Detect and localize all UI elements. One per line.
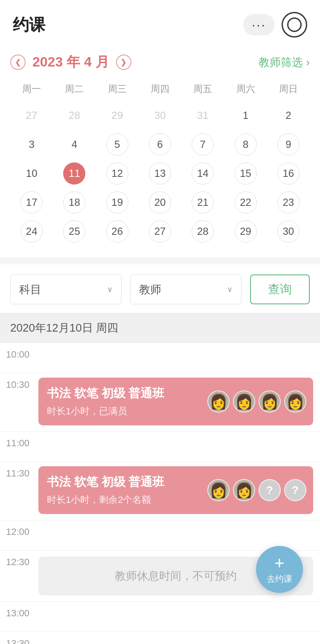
cal-day[interactable]: 1 <box>235 104 257 127</box>
content-1100 <box>38 432 320 462</box>
calendar-grid: 27 28 29 30 31 1 2 3 4 5 6 7 8 9 10 11 1… <box>10 102 310 245</box>
class-card-2[interactable]: 书法 软笔 初级 普通班 时长1小时，剩余2个名额 ? ? <box>38 466 313 514</box>
cal-day[interactable]: 27 <box>20 104 43 127</box>
cal-day[interactable]: 15 <box>235 162 257 185</box>
timeslot-1100: 11:00 <box>0 432 320 462</box>
cal-day[interactable]: 7 <box>192 133 214 156</box>
camera-icon[interactable] <box>282 12 307 38</box>
cal-day[interactable]: 24 <box>20 220 43 243</box>
cal-day[interactable]: 26 <box>106 220 128 243</box>
avatar <box>259 390 281 413</box>
content-1000 <box>38 343 320 373</box>
timeslot-class-2: 11:30 书法 软笔 初级 普通班 时长1小时，剩余2个名额 ? ? <box>0 462 320 520</box>
more-button[interactable]: ··· <box>243 14 275 35</box>
timeslot-1000: 10:00 <box>0 343 320 373</box>
content-1300 <box>38 602 320 632</box>
weekday-sat: 周六 <box>224 80 267 98</box>
teacher-arrow: ∨ <box>227 285 233 294</box>
cal-day[interactable]: 3 <box>20 133 43 156</box>
weekday-fri: 周五 <box>181 80 224 98</box>
filter-row: 科目 ∨ 教师 ∨ 查询 <box>10 274 310 304</box>
weekday-sun: 周日 <box>267 80 310 98</box>
header: 约课 ··· <box>0 0 320 44</box>
class-card-1[interactable]: 书法 软笔 初级 普通班 时长1小时，已满员 <box>38 378 313 425</box>
cal-day[interactable]: 30 <box>277 220 300 243</box>
cal-day[interactable]: 22 <box>235 191 257 214</box>
cal-day[interactable]: 25 <box>63 220 85 243</box>
cal-day[interactable]: 4 <box>63 133 85 156</box>
cal-day[interactable]: 28 <box>192 220 214 243</box>
subject-arrow: ∨ <box>107 285 113 294</box>
fab-book-button[interactable]: + 去约课 <box>256 546 303 593</box>
weekday-wed: 周三 <box>96 80 139 98</box>
cal-day[interactable]: 2 <box>277 104 300 127</box>
fab-plus-icon: + <box>274 554 284 572</box>
next-month-button[interactable]: ❯ <box>116 55 131 70</box>
weekday-mon: 周一 <box>10 80 53 98</box>
cal-day[interactable]: 27 <box>149 220 171 243</box>
time-block-class-1: 10:30 <box>0 373 38 431</box>
teacher-select[interactable]: 教师 ∨ <box>130 274 241 304</box>
cal-day[interactable]: 19 <box>106 191 128 214</box>
avatar <box>284 390 306 413</box>
calendar-nav: ❮ 2023 年 4 月 ❯ 教师筛选 › <box>10 53 310 72</box>
cal-day[interactable]: 12 <box>106 162 128 185</box>
cal-day[interactable]: 18 <box>63 191 85 214</box>
query-button[interactable]: 查询 <box>250 274 310 304</box>
class-card-wrapper-1: 书法 软笔 初级 普通班 时长1小时，已满员 <box>38 373 320 431</box>
teacher-label: 教师 <box>139 282 161 297</box>
weekday-tue: 周二 <box>53 80 96 98</box>
cal-day[interactable]: 23 <box>277 191 300 214</box>
class-card-2-avatars: ? ? <box>207 479 306 501</box>
time-1200: 12:00 <box>0 520 38 550</box>
cal-day[interactable]: 8 <box>235 133 257 156</box>
avatar <box>207 390 230 413</box>
timeslot-1300: 13:00 <box>0 602 320 632</box>
filter-section: 科目 ∨ 教师 ∨ 查询 <box>0 264 320 313</box>
time-1300: 13:00 <box>0 602 38 632</box>
cal-day[interactable]: 21 <box>192 191 214 214</box>
cal-day-selected[interactable]: 11 <box>63 162 85 185</box>
timeslot-class-1: 10:30 书法 软笔 初级 普通班 时长1小时，已满员 <box>0 373 320 432</box>
weekdays-row: 周一 周二 周三 周四 周五 周六 周日 <box>10 80 310 98</box>
cal-day[interactable]: 31 <box>192 104 214 127</box>
cal-day[interactable]: 14 <box>192 162 214 185</box>
prev-month-button[interactable]: ❮ <box>10 55 26 70</box>
timeslot-1330: 13:30 <box>0 632 320 644</box>
time-block-rest: 12:30 <box>0 551 38 601</box>
subject-label: 科目 <box>19 282 41 297</box>
calendar-section: ❮ 2023 年 4 月 ❯ 教师筛选 › 周一 周二 周三 周四 周五 周六 … <box>0 44 320 257</box>
time-1130: 11:30 <box>0 462 38 496</box>
cal-day[interactable]: 10 <box>20 162 43 185</box>
teacher-filter-link[interactable]: 教师筛选 › <box>259 55 310 70</box>
time-1030: 10:30 <box>0 373 38 407</box>
cal-day[interactable]: 16 <box>277 162 300 185</box>
cal-day[interactable]: 30 <box>149 104 171 127</box>
page-title: 约课 <box>13 14 45 36</box>
class-card-1-avatars <box>207 390 306 413</box>
header-icons: ··· <box>243 12 307 38</box>
schedule-section: 10:00 10:30 书法 软笔 初级 普通班 时长1小时，已满员 11:00 <box>0 343 320 644</box>
date-header: 2020年12月10日 周四 <box>0 313 320 343</box>
cal-day[interactable]: 9 <box>277 133 300 156</box>
cal-day[interactable]: 28 <box>63 104 85 127</box>
avatar <box>207 479 230 501</box>
cal-day[interactable]: 29 <box>106 104 128 127</box>
time-1230: 12:30 <box>0 551 38 585</box>
cal-day[interactable]: 20 <box>149 191 171 214</box>
time-1000: 10:00 <box>0 343 38 373</box>
cal-day[interactable]: 17 <box>20 191 43 214</box>
time-1100: 11:00 <box>0 432 38 462</box>
cal-day[interactable]: 6 <box>149 133 171 156</box>
fab-label: 去约课 <box>267 573 292 585</box>
time-block-class-2: 11:30 <box>0 462 38 520</box>
avatar <box>233 390 255 413</box>
cal-day[interactable]: 29 <box>235 220 257 243</box>
cal-day[interactable]: 5 <box>106 133 128 156</box>
avatar-question: ? <box>259 479 281 501</box>
subject-select[interactable]: 科目 ∨ <box>10 274 122 304</box>
time-1330: 13:30 <box>0 632 38 644</box>
class-card-wrapper-2: 书法 软笔 初级 普通班 时长1小时，剩余2个名额 ? ? <box>38 462 320 520</box>
cal-day[interactable]: 13 <box>149 162 171 185</box>
content-1330 <box>38 632 320 644</box>
